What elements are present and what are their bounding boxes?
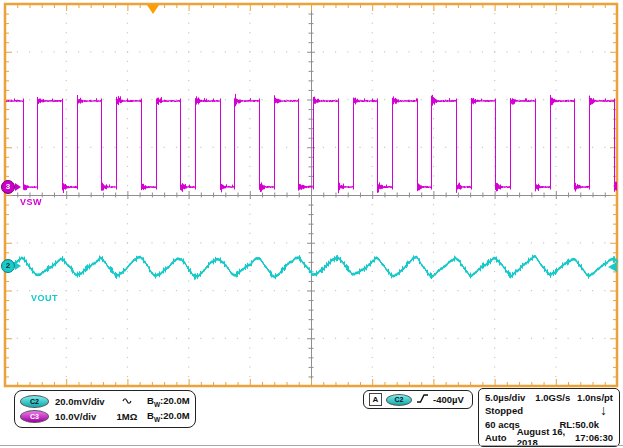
trigger-readout-box[interactable]: A C2 -400µV [363, 390, 473, 409]
channel-3-badge[interactable]: C3 [20, 410, 49, 423]
channel-2-badge[interactable]: C2 [20, 395, 49, 408]
trigger-source-badge: C2 [386, 394, 412, 406]
datetime-row: Auto August 16, 2018 17:06:30 [485, 431, 613, 444]
channel-3-arrow-icon [15, 183, 21, 191]
channel-3-impedance: 1MΩ [113, 411, 141, 422]
acquisition-count: 60 acqs [485, 419, 520, 430]
timebase-readout: 5.0µs/div [485, 392, 525, 403]
trigger-level-readout: -400µV [433, 394, 464, 405]
rising-edge-slope-icon [416, 393, 429, 406]
horizontal-readout-row: 5.0µs/div 1.0GS/s 1.0ns/pt [485, 391, 613, 404]
channel-3-scale: 10.0V/div [55, 411, 113, 422]
trigger-mode-readout: Auto [485, 432, 507, 443]
trigger-mode-a-label: A [369, 393, 382, 406]
channel-2-scale: 20.0mV/div [55, 396, 113, 407]
channel-2-badge-icon: 2 [1, 259, 15, 273]
acquisition-panel[interactable]: 5.0µs/div 1.0GS/s 1.0ns/pt Stopped 60 ac… [478, 388, 620, 447]
channel-2-arrow-icon [15, 262, 21, 270]
vsw-trace-label: VSW [20, 197, 42, 207]
channel-3-position-marker[interactable]: 3 [1, 180, 21, 193]
sample-rate-readout: 1.0GS/s [535, 392, 570, 403]
channel-2-bandwidth: BW:20.0M [147, 395, 190, 408]
acq-status-row: Stopped [485, 404, 613, 417]
single-sequence-arrow-icon: ↓ [600, 402, 607, 418]
channel-3-readout-row[interactable]: C3 10.0V/div 1MΩ BW:20.0M [20, 409, 190, 424]
trigger-position-marker[interactable] [147, 5, 159, 14]
acquisition-status: Stopped [485, 405, 523, 416]
oscilloscope-screen: 3 2 VSW VOUT C2 20.0mV/div BW:20.0M C3 1… [0, 0, 623, 448]
vout-trace-label: VOUT [31, 293, 58, 303]
resolution-readout: 1.0ns/pt [577, 392, 613, 403]
trigger-level-marker[interactable] [608, 262, 617, 272]
channel-3-badge-icon: 3 [1, 180, 15, 194]
channel-2-readout-row[interactable]: C2 20.0mV/div BW:20.0M [20, 394, 190, 409]
waveform-display [0, 0, 623, 388]
channel-2-position-marker[interactable]: 2 [1, 259, 21, 272]
time-readout: 17:06:30 [575, 432, 613, 443]
channel-readout-box[interactable]: C2 20.0mV/div BW:20.0M C3 10.0V/div 1MΩ … [14, 390, 196, 428]
channel-3-bandwidth: BW:20.0M [147, 410, 190, 423]
ac-coupling-icon [113, 396, 141, 407]
screen-divider [0, 445, 623, 446]
